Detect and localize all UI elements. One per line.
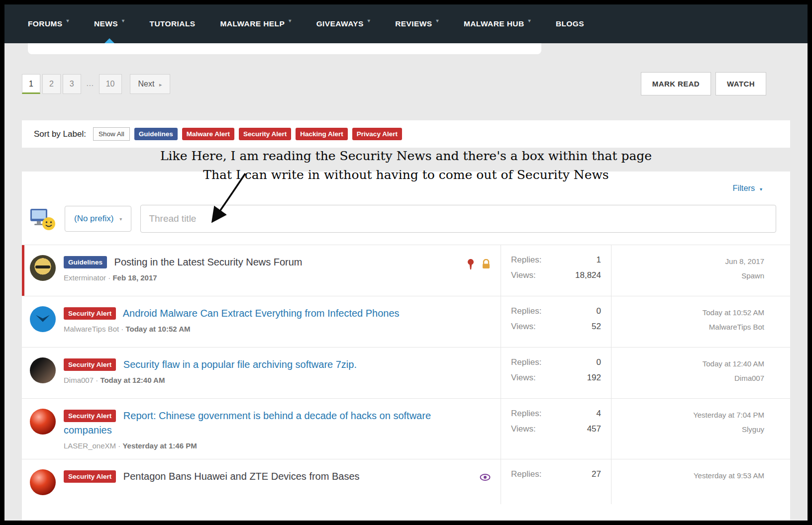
thread-title-input[interactable] [140,205,776,233]
label-badge-hacking-alert[interactable]: Hacking Alert [296,128,348,140]
thread-row-guidelines: Guidelines Posting in the Latest Securit… [22,245,790,296]
nav-item-giveaways[interactable]: GIVEAWAYS ▾ [304,4,383,43]
last-post-date: Jun 8, 2017 [621,254,764,268]
prefix-label: (No prefix) [74,214,113,224]
thread-stats: Replies:0 Views:192 [501,348,611,398]
last-post-date: Yesterday at 7:04 PM [621,408,764,422]
thread-author-link[interactable]: Dima007 [64,376,94,384]
watch-button[interactable]: WATCH [715,72,766,95]
thread-text: Guidelines Posting in the Latest Securit… [64,255,459,287]
content-top-strip [28,43,541,54]
label-badge-guidelines[interactable]: Guidelines [134,128,178,140]
thread-last-post: Today at 12:40 AM Dima007 [611,348,790,398]
thread-label-badge[interactable]: Security Alert [64,410,116,422]
computer-smiley-avatar-icon [30,207,56,231]
thread-author-link[interactable]: Exterminator [64,273,106,282]
thread-status-icons [467,259,496,287]
thread-main: Security Alert Report: Chinese governmen… [22,399,501,459]
last-post-date: Today at 10:52 AM [621,305,764,320]
nav-item-news[interactable]: NEWS ▾ [82,4,137,43]
last-post-user[interactable]: MalwareTips Bot [621,320,764,334]
thread-title-link[interactable]: Report: Chinese government is behind a d… [64,410,431,436]
filters-button[interactable]: Filters ▾ [732,183,762,192]
lock-icon [482,259,491,269]
next-page-button[interactable]: Next ▸ [130,74,171,94]
nav-item-reviews[interactable]: REVIEWS ▾ [383,4,451,43]
filters-label: Filters [732,183,755,192]
last-post-user[interactable]: Dima007 [621,371,764,385]
avatar[interactable] [30,357,56,383]
nav-reviews-label: REVIEWS [395,19,432,28]
replies-label: Replies: [511,469,541,479]
thread-row: Security Alert Security flaw in a popula… [22,347,790,398]
last-post-user[interactable]: Spawn [621,268,764,283]
forum-actions: MARK READ WATCH [641,72,766,95]
avatar[interactable] [30,306,56,332]
views-value: 18,824 [575,270,601,280]
page-button-3[interactable]: 3 [63,74,81,94]
avatar[interactable] [30,469,56,495]
nav-malware-help-label: MALWARE HELP [220,19,285,28]
nav-giveaways-label: GIVEAWAYS [316,19,364,28]
thread-last-post: Yesterday at 7:04 PM Slyguy [611,399,790,459]
thread-title-link[interactable]: Pentagon Bans Huawei and ZTE Devices fro… [123,471,360,482]
thread-label-badge[interactable]: Security Alert [64,470,116,483]
thread-stats: Replies:0 Views:52 [501,296,611,347]
replies-label: Replies: [511,306,541,316]
nav-item-tutorials[interactable]: TUTORIALS [137,4,208,43]
thread-posted-date: Yesterday at 1:46 PM [116,441,197,450]
views-label: Views: [511,373,536,383]
thread-label-badge[interactable]: Security Alert [64,358,116,371]
thread-author-link[interactable]: MalwareTips Bot [64,325,119,333]
thread-text: Security Alert Report: Chinese governmen… [64,409,496,450]
page-button-10[interactable]: 10 [99,74,122,94]
main-nav: FORUMS ▾ NEWS ▾ TUTORIALS MALWARE HELP ▾… [4,4,808,43]
current-user-avatar [30,207,56,231]
page-button-1[interactable]: 1 [22,74,40,94]
page-button-2[interactable]: 2 [42,74,61,94]
chevron-down-icon: ▾ [760,186,762,192]
prefix-dropdown[interactable]: (No prefix) ▾ [65,206,131,232]
thread-text: Security Alert Pentagon Bans Huawei and … [64,469,472,495]
nav-item-malware-hub[interactable]: MALWARE HUB ▾ [451,4,543,43]
thread-title-link[interactable]: Posting in the Latest Security News Foru… [114,257,303,267]
nav-item-blogs[interactable]: BLOGS [543,4,597,43]
nav-item-forums[interactable]: FORUMS ▾ [15,4,82,43]
last-post-date: Yesterday at 9:53 AM [621,468,764,483]
thread-main: Security Alert Security flaw in a popula… [22,348,501,398]
replies-value: 0 [597,357,601,367]
avatar[interactable] [30,255,56,281]
thread-stats: Replies:1 Views:18,824 [501,245,611,296]
thread-text: Security Alert Security flaw in a popula… [64,357,496,389]
label-badge-security-alert[interactable]: Security Alert [239,128,291,140]
sort-by-label-title: Sort by Label: [34,129,86,139]
mark-read-button[interactable]: MARK READ [641,72,711,95]
thread-stats: Replies:27 [501,459,611,504]
avatar[interactable] [30,409,56,435]
replies-label: Replies: [511,357,541,367]
views-label: Views: [511,424,536,434]
thread-label-badge[interactable]: Security Alert [64,307,116,320]
last-post-date: Today at 12:40 AM [621,356,764,371]
forum-page: FORUMS ▾ NEWS ▾ TUTORIALS MALWARE HELP ▾… [0,0,812,525]
thread-posted-date: Feb 18, 2017 [106,273,157,282]
last-post-user[interactable]: Slyguy [621,422,764,437]
chevron-down-icon: ▾ [122,18,124,23]
thread-author-link[interactable]: LASER_oneXM [64,441,116,450]
pin-icon [467,259,475,270]
thread-row: Security Alert Android Malware Can Extra… [22,296,790,347]
quick-thread-create: (No prefix) ▾ [22,202,790,245]
thread-title-link[interactable]: Security flaw in a popular file archivin… [123,359,357,370]
label-badge-privacy-alert[interactable]: Privacy Alert [352,128,402,140]
thread-title-link[interactable]: Android Malware Can Extract Everything f… [123,308,400,319]
views-value: 457 [587,424,601,434]
thread-stats: Replies:4 Views:457 [501,399,611,459]
thread-label-badge[interactable]: Guidelines [64,256,107,268]
nav-item-malware-help[interactable]: MALWARE HELP ▾ [208,4,304,43]
thread-row: Security Alert Pentagon Bans Huawei and … [22,459,790,504]
label-badge-malware-alert[interactable]: Malware Alert [182,128,234,140]
chevron-down-icon: ▾ [289,18,291,23]
replies-label: Replies: [511,255,541,265]
show-all-button[interactable]: Show All [93,127,130,141]
nav-tutorials-label: TUTORIALS [150,19,196,28]
